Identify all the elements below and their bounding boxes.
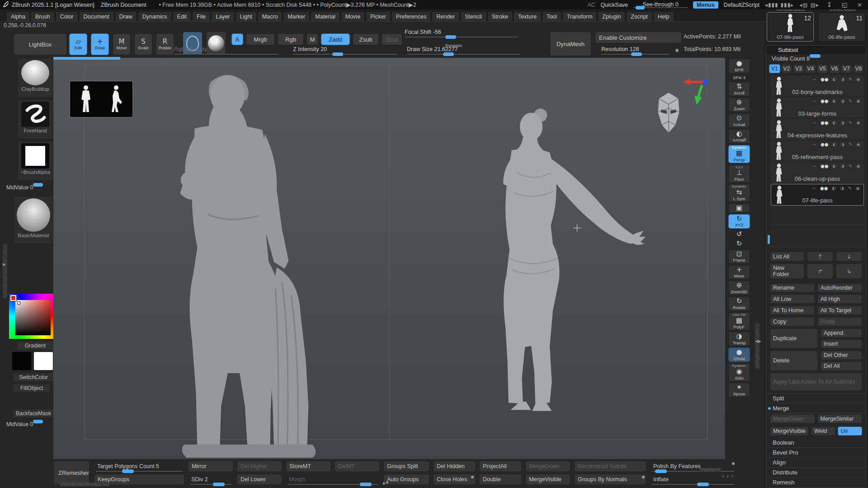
menu-tab[interactable]: Alpha [6,11,30,21]
gizmo-tool-button[interactable]: R Rotate [156,33,174,55]
quicksave-button[interactable]: QuickSave [601,2,628,8]
bottom-shelf-button[interactable]: Target Polygons Count 5 [94,461,184,472]
version-button[interactable]: V7 [841,64,852,73]
right-shelf-button[interactable]: ▣ [728,203,750,213]
move-out-folder-button[interactable]: ↱ [807,263,833,279]
duplicate-button[interactable]: Duplicate [770,328,818,348]
version-button[interactable]: V2 [781,64,793,73]
alpha-brushalpha[interactable]: ~BrushAlpha [17,141,53,181]
midvalue-slider-bottom[interactable]: MidValue 0 [6,421,50,427]
menu-tab[interactable]: Color [56,11,78,21]
right-shelf-button[interactable]: ↻ XYZ [728,214,750,229]
right-shelf-button[interactable]: ◑ Transp [728,332,750,346]
menu-tab[interactable]: Tool [542,11,561,21]
switchcolor-button[interactable]: SwitchColor [14,373,53,381]
z-intensity-slider[interactable]: Z Intensity 20 [293,46,397,55]
bottom-shelf-button[interactable]: StoreMT [286,461,331,472]
visibility-icon[interactable]: ●● [821,99,828,103]
bottom-shelf-button[interactable]: Groups Split [383,461,429,472]
resolution-handle[interactable] [631,52,642,56]
bottom-shelf-button[interactable]: Reconstruct Subdiv [574,461,646,472]
version-button[interactable]: V3 [793,64,804,73]
del-all-button[interactable]: Del All [821,361,862,371]
bottom-shelf-button[interactable]: MergeDown [525,461,571,472]
right-shelf-button[interactable]: ↺ [728,230,750,239]
brush-icon[interactable]: ✎ [849,164,852,169]
material-basicmaterial[interactable]: BasicMaterial [14,196,53,244]
focal-shift-slider[interactable]: Focal Shift -56 [405,29,518,38]
boolean-section[interactable]: Boolean [766,438,866,448]
menu-tab[interactable]: Edit [173,11,192,21]
minimize-button[interactable]: ↧ [825,1,834,8]
quickpick-item-current[interactable]: 12 07-life-pass [767,12,814,42]
midvalue-slider-top[interactable]: MidValue 0 [6,184,50,191]
version-button[interactable]: V4 [805,64,816,73]
restore-button[interactable]: ◱ [840,1,849,8]
menu-tab[interactable]: Document [79,11,114,21]
polyframe-icon[interactable]: ⌐ [813,77,816,82]
eye-icon[interactable]: ◉ [856,120,860,125]
menu-tab[interactable]: Texture [514,11,541,21]
right-shelf-button[interactable]: ⊕ Zoom [728,98,750,112]
all-to-target-button[interactable]: All To Target [817,306,862,315]
visibility-icon[interactable]: ●● [821,120,828,125]
menu-tab[interactable]: Material [311,11,340,21]
mergedown-button[interactable]: MergeDown [770,414,815,423]
subtool-row[interactable]: ⌐ ●● ◐ ◑ ✎ ◉ 04-expressive-features [771,119,864,141]
right-shelf-button[interactable]: SPix 3 [728,75,750,80]
main-color-swatch[interactable] [12,352,32,371]
z-intensity-handle[interactable] [332,52,343,56]
eye-icon[interactable]: ◉ [856,99,860,103]
left-divider-handle[interactable] [3,244,7,298]
close-button[interactable]: × [855,1,864,8]
all-to-home-button[interactable]: All To Home [770,306,815,315]
bottom-shelf-button[interactable]: Inflate x y z [650,474,736,485]
polypaint-icon[interactable]: ◐ [832,99,836,103]
split-section[interactable]: Split [766,394,866,404]
bottom-shelf-button[interactable]: Auto Groups [383,474,429,485]
uv-icon[interactable]: ◑ [840,164,844,169]
resolution-slider[interactable]: Resolution 128 [601,46,669,55]
menu-tab[interactable]: Preferences [392,11,431,21]
remesh-section[interactable]: Remesh [766,478,866,488]
gradient-button[interactable]: Gradient [17,342,53,350]
polyframe-icon[interactable]: ⌐ [812,186,816,191]
insert-button[interactable]: Insert [821,339,862,348]
divider-bar-icons[interactable]: ◂▮▮▮ ▮▮▮▸ [765,2,794,8]
bevel-pro-section[interactable]: Bevel Pro [766,448,866,458]
polyframe-icon[interactable]: ⌐ [813,99,816,103]
version-button[interactable]: V8 [853,64,864,73]
autoreorder-button[interactable]: AutoReorder [817,283,862,292]
uv-icon[interactable]: ◑ [840,142,844,147]
eye-icon[interactable]: ◉ [856,77,860,82]
uv-icon[interactable]: ◑ [840,99,844,103]
mode-button[interactable]: Rgb [278,33,304,45]
subtool-row[interactable]: ⌐ ●● ◐ ◑ ✎ ◉ 06-clean-up-pass [771,162,864,184]
bottom-shelf-button[interactable]: Del Lower [237,474,282,485]
bottom-divider-handle-right[interactable] [700,468,721,472]
dynamesh-button[interactable]: DynaMesh [550,32,591,56]
subtool-scroll-marker[interactable] [768,235,770,244]
slider-handle[interactable] [697,483,709,486]
fillobject-button[interactable]: FillObject [14,384,50,392]
menu-tab[interactable]: Picker [366,11,391,21]
menu-tab[interactable]: Layer [211,11,234,21]
version-button[interactable]: V6 [829,64,840,73]
polypaint-icon[interactable]: ◐ [832,186,836,191]
visible-count-slider[interactable]: Visible Count 8 [766,54,866,62]
right-shelf-button[interactable]: ⊡ Frame [728,249,750,264]
right-divider-handle[interactable] [755,324,760,369]
menu-tab[interactable]: Brush [31,11,55,21]
slider-handle[interactable] [360,483,372,486]
polyframe-icon[interactable]: ⌐ [813,142,816,147]
mode-button[interactable]: Zadd [321,33,350,45]
mergesimilar-button[interactable]: MergeSimilar [817,414,863,423]
menu-tab[interactable]: Marker [283,11,310,21]
focal-shift-handle[interactable] [445,35,456,39]
menu-tab[interactable]: Transform [562,11,597,21]
move-into-folder-button[interactable]: ↳ [836,263,862,279]
eye-icon[interactable]: ◉ [856,164,860,169]
visibility-icon[interactable]: ●● [821,142,828,147]
secondary-color-swatch[interactable] [33,352,53,371]
polypaint-icon[interactable]: ◐ [832,120,836,125]
